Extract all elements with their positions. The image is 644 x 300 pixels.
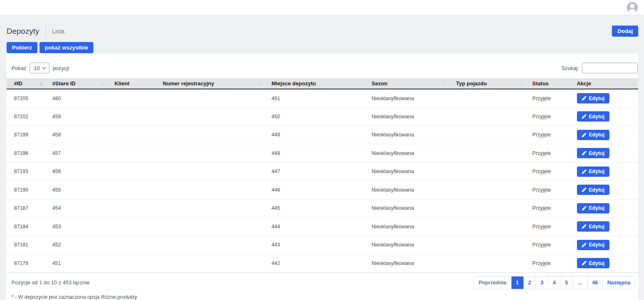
cell-klient (107, 199, 155, 218)
column-label: Status (532, 80, 549, 87)
search-control: Szukaj: (561, 63, 638, 73)
cell-sezon: Niesklasyfikowana (364, 144, 449, 163)
cell-klient (107, 108, 155, 126)
show-all-button[interactable]: pokaż wszystkie (40, 42, 93, 53)
edit-button[interactable]: Edytuj (577, 111, 609, 122)
cell-akcje: Edytuj (570, 199, 638, 218)
sort-icon: ↑↓ (258, 81, 261, 86)
table-row: 87202459450NiesklasyfikowanaPrzyjęteEdyt… (7, 108, 638, 126)
cell-numer-rejestracyjny (155, 144, 264, 163)
pagination-page-5[interactable]: 5 (560, 277, 572, 289)
cell-stare-id: 454 (45, 199, 107, 218)
user-avatar-icon[interactable] (627, 2, 638, 13)
cell-id: 87181 (7, 236, 45, 254)
pagination: Poprzednia12345…46Następna (474, 276, 635, 289)
edit-button[interactable]: Edytuj (577, 203, 609, 213)
pagination-page-46[interactable]: 46 (587, 277, 602, 289)
cell-akcje: Edytuj (570, 89, 638, 108)
pagination-page-2[interactable]: 2 (523, 277, 536, 289)
pagination-page-1[interactable]: 1 (511, 277, 523, 289)
pencil-icon (582, 96, 586, 101)
cell-id: 87205 (7, 89, 45, 108)
pagination-next-button[interactable]: Następna (602, 277, 635, 289)
edit-button-label: Edytuj (589, 132, 604, 138)
cell-klient (107, 89, 155, 108)
column-label: Klient (114, 80, 129, 87)
cell-miejsce-depozytu: 451 (264, 89, 364, 108)
edit-button[interactable]: Edytuj (577, 185, 609, 195)
edit-button-label: Edytuj (589, 187, 604, 193)
edit-button[interactable]: Edytuj (577, 148, 609, 158)
download-button[interactable]: Pobierz (7, 42, 37, 53)
edit-button[interactable]: Edytuj (577, 240, 609, 250)
cell-sezon: Niesklasyfikowana (364, 199, 449, 218)
edit-button-label: Edytuj (589, 96, 604, 101)
cell-stare-id: 452 (45, 236, 107, 254)
edit-button[interactable]: Edytuj (577, 258, 609, 268)
cell-id: 87184 (7, 218, 45, 236)
edit-button[interactable]: Edytuj (577, 93, 609, 103)
cell-klient (107, 236, 155, 254)
cell-sezon: Niesklasyfikowana (364, 126, 449, 144)
cell-typ-pojazdu (449, 218, 525, 236)
column-header-8[interactable]: Akcje↑↓ (570, 78, 638, 89)
table-info: Pozycje od 1 do 10 z 453 łącznie (12, 279, 90, 286)
cell-typ-pojazdu (449, 181, 525, 199)
edit-button[interactable]: Edytuj (577, 130, 609, 140)
cell-status: Przyjęte (525, 144, 570, 163)
cell-sezon: Niesklasyfikowana (364, 254, 449, 273)
deposits-table: #ID↑↓#Stare ID↑↓Klient↑↓Numer rejestracy… (7, 78, 638, 273)
table-row: 87193456447NiesklasyfikowanaPrzyjęteEdyt… (7, 162, 638, 181)
edit-button[interactable]: Edytuj (577, 221, 609, 232)
cell-status: Przyjęte (525, 218, 570, 236)
cell-sezon: Niesklasyfikowana (364, 218, 449, 236)
add-button[interactable]: Dodaj (612, 26, 638, 37)
chevron-down-icon (42, 67, 46, 70)
cell-numer-rejestracyjny (155, 218, 264, 236)
top-navbar (0, 0, 644, 15)
cell-miejsce-depozytu: 444 (264, 218, 364, 236)
cell-akcje: Edytuj (570, 162, 638, 181)
page-size-value: 10 (34, 65, 40, 71)
cell-numer-rejestracyjny (155, 108, 264, 126)
pencil-icon (582, 151, 586, 155)
cell-id: 87193 (7, 162, 45, 181)
cell-typ-pojazdu (449, 199, 525, 218)
cell-numer-rejestracyjny (155, 199, 264, 218)
column-header-2[interactable]: Klient↑↓ (107, 78, 155, 89)
table-row: 87181452443NiesklasyfikowanaPrzyjęteEdyt… (7, 236, 638, 254)
sort-icon: ↑↓ (443, 81, 445, 86)
cell-typ-pojazdu (449, 126, 525, 144)
column-label: Typ pojazdu (456, 80, 487, 87)
sort-icon: ↑↓ (101, 81, 104, 86)
cell-klient (107, 162, 155, 181)
pencil-icon (582, 188, 586, 192)
page-size-select[interactable]: 10 (30, 63, 49, 73)
column-header-5[interactable]: Sezon↑↓ (364, 78, 449, 89)
column-header-1[interactable]: #Stare ID↑↓ (45, 78, 107, 89)
column-header-4[interactable]: Miejsce depozytu↑↓ (264, 78, 364, 89)
column-header-6[interactable]: Typ pojazdu↑↓ (449, 78, 525, 89)
search-input[interactable] (582, 63, 638, 73)
pagination-page-4[interactable]: 4 (548, 277, 560, 289)
edit-button[interactable]: Edytuj (577, 166, 609, 177)
edit-button-label: Edytuj (589, 114, 604, 120)
cell-status: Przyjęte (525, 199, 570, 218)
cell-akcje: Edytuj (570, 126, 638, 144)
pagination-page-3[interactable]: 3 (535, 277, 548, 289)
cell-akcje: Edytuj (570, 236, 638, 254)
title-divider (46, 26, 46, 37)
cell-typ-pojazdu (449, 144, 525, 163)
cell-stare-id: 451 (45, 254, 107, 273)
column-header-0[interactable]: #ID↑↓ (7, 78, 45, 89)
breadcrumb: Lista (52, 28, 65, 35)
page-size-control: Pokaż 10 pozycji (12, 63, 69, 73)
cell-stare-id: 453 (45, 218, 107, 236)
table-card: Pokaż 10 pozycji Szukaj: #ID↑↓#Stare ID↑… (7, 54, 638, 300)
table-row: 87178451442NiesklasyfikowanaPrzyjęteEdyt… (7, 254, 638, 273)
pagination-prev-button[interactable]: Poprzednia (474, 277, 511, 289)
cell-miejsce-depozytu: 448 (264, 144, 364, 163)
column-header-3[interactable]: Numer rejestracyjny↑↓ (155, 78, 264, 89)
pencil-icon (582, 261, 586, 265)
cell-numer-rejestracyjny (155, 254, 264, 273)
